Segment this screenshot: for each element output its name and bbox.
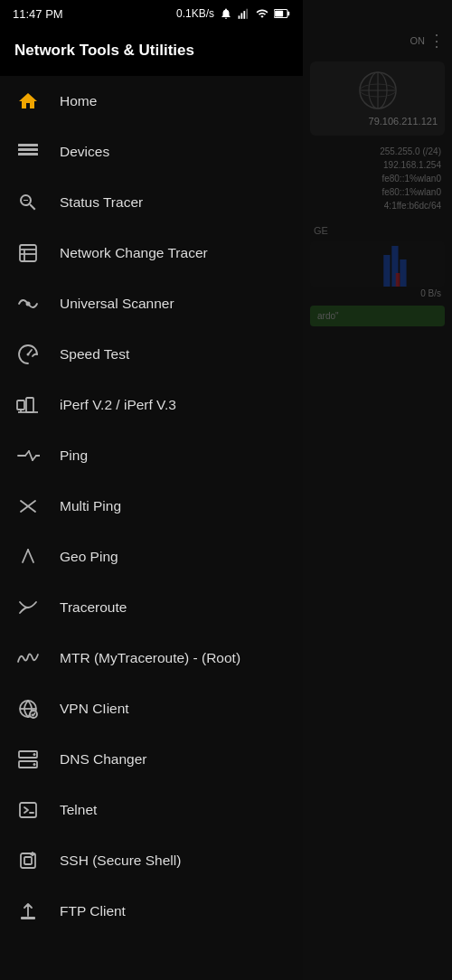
multi-ping-label: Multi Ping <box>60 498 121 514</box>
sidebar-item-geo-ping[interactable]: Geo Ping <box>0 532 303 582</box>
navigation-drawer: 11:47 PM 0.1KB/s Network Tools & Utiliti… <box>0 0 303 980</box>
svg-rect-10 <box>241 13 243 18</box>
svg-rect-9 <box>239 15 240 19</box>
svg-rect-49 <box>24 857 32 864</box>
svg-point-45 <box>33 763 36 766</box>
svg-line-32 <box>29 451 33 460</box>
sidebar-item-ssh[interactable]: SSH (Secure Shell) <box>0 835 303 886</box>
sidebar-item-devices[interactable]: Devices <box>0 127 303 177</box>
sidebar-item-ftp[interactable]: FTP Client <box>0 886 303 937</box>
vpn-client-label: VPN CIient <box>60 701 129 717</box>
svg-rect-14 <box>287 12 289 16</box>
sidebar-item-dns-changer[interactable]: DNS Changer <box>0 734 303 785</box>
svg-rect-25 <box>17 400 24 410</box>
svg-point-24 <box>27 353 30 356</box>
svg-rect-50 <box>21 917 35 919</box>
universal-scanner-label: Universal Scanner <box>60 296 174 312</box>
dns-changer-label: DNS Changer <box>60 751 147 768</box>
svg-rect-15 <box>275 11 283 17</box>
wifi-icon <box>256 7 268 20</box>
ssh-icon <box>14 847 42 874</box>
sidebar-item-mtr[interactable]: MTR (MyTraceroute) - (Root) <box>0 633 303 683</box>
sidebar-item-multi-ping[interactable]: Multi Ping <box>0 481 303 532</box>
sidebar-item-ping[interactable]: Ping <box>0 430 303 481</box>
universal-scanner-icon <box>14 290 42 317</box>
traceroute-icon <box>14 594 42 621</box>
mtr-label: MTR (MyTraceroute) - (Root) <box>60 650 240 666</box>
svg-rect-16 <box>18 144 38 146</box>
app-title: Network Tools & Utilities <box>14 34 288 69</box>
home-icon <box>14 88 42 115</box>
status-bar: 11:47 PM 0.1KB/s <box>0 0 303 25</box>
svg-point-44 <box>33 753 36 756</box>
network-change-label: Network Change Tracer <box>60 245 208 261</box>
telnet-label: Telnet <box>60 802 97 818</box>
ping-icon <box>14 442 42 469</box>
iperf-label: iPerf V.2 / iPerf V.3 <box>60 397 176 413</box>
sidebar-item-universal-scanner[interactable]: Universal Scanner <box>0 278 303 329</box>
ftp-label: FTP Client <box>60 903 126 919</box>
speed-test-icon <box>14 341 42 368</box>
ping-label: Ping <box>60 448 88 464</box>
svg-line-38 <box>28 550 33 562</box>
sidebar-item-iperf[interactable]: iPerf V.2 / iPerf V.3 <box>0 380 303 430</box>
ssh-label: SSH (Secure Shell) <box>60 853 181 869</box>
drawer-scrim[interactable] <box>303 0 452 980</box>
devices-icon <box>14 138 42 165</box>
drawer-header: Network Tools & Utilities <box>0 25 303 76</box>
svg-line-33 <box>33 456 36 460</box>
battery-icon <box>274 8 290 19</box>
alarm-icon <box>220 7 232 20</box>
signal-icon <box>238 7 250 20</box>
vpn-client-icon <box>14 695 42 722</box>
sidebar-item-status-tracer[interactable]: Status Tracer <box>0 177 303 228</box>
multi-ping-icon <box>14 493 42 520</box>
sidebar-item-vpn-client[interactable]: VPN CIient <box>0 683 303 734</box>
sidebar-item-telnet[interactable]: Telnet <box>0 785 303 835</box>
speed-test-label: Speed Test <box>60 346 129 363</box>
iperf-icon <box>14 391 42 419</box>
svg-line-37 <box>23 550 28 562</box>
sidebar-item-traceroute[interactable]: Traceroute <box>0 582 303 633</box>
home-label: Home <box>60 93 97 109</box>
traceroute-label: Traceroute <box>60 599 127 616</box>
time: 11:47 PM <box>13 7 63 21</box>
sidebar-item-network-change[interactable]: Network Change Tracer <box>0 228 303 278</box>
dns-changer-icon <box>14 746 42 773</box>
ftp-icon <box>14 898 42 925</box>
svg-rect-11 <box>243 11 245 19</box>
network-change-icon <box>14 240 42 267</box>
svg-rect-26 <box>26 398 33 412</box>
status-tracer-icon <box>14 189 42 216</box>
svg-point-23 <box>26 302 31 306</box>
geo-ping-label: Geo Ping <box>60 549 118 565</box>
geo-ping-icon <box>14 543 42 570</box>
network-speed: 0.1KB/s <box>176 7 214 20</box>
svg-rect-19 <box>20 245 36 261</box>
drawer-menu: Home Devices Status Tracer <box>0 76 303 937</box>
devices-label: Devices <box>60 144 109 160</box>
sidebar-item-home[interactable]: Home <box>0 76 303 127</box>
sidebar-item-speed-test[interactable]: Speed Test <box>0 329 303 380</box>
svg-rect-12 <box>246 9 248 19</box>
telnet-icon <box>14 796 42 824</box>
svg-rect-18 <box>18 153 38 155</box>
status-tracer-label: Status Tracer <box>60 194 143 211</box>
mtr-icon <box>14 645 42 672</box>
svg-rect-17 <box>18 148 38 151</box>
